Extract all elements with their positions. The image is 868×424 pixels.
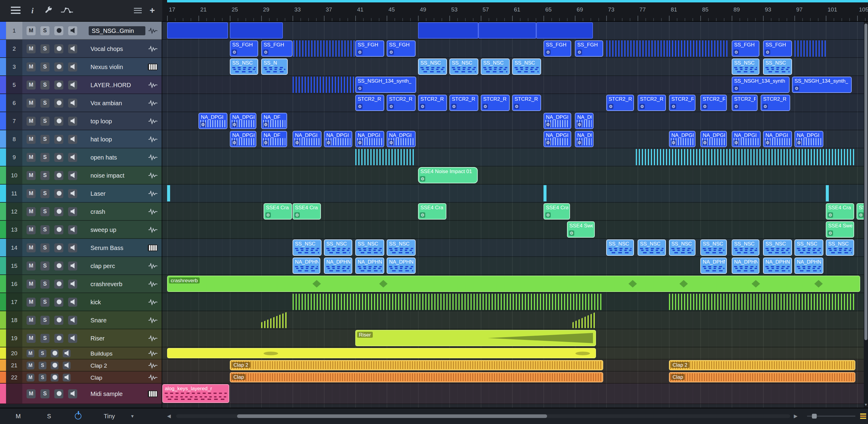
gear-icon[interactable]: ⚙ [420,104,425,109]
mute-button[interactable]: M [27,80,36,89]
cycle-region[interactable] [167,0,868,2]
solo-button[interactable]: S [40,279,50,288]
clip[interactable] [636,149,856,165]
clip[interactable] [293,40,355,57]
record-arm-button[interactable] [54,261,63,270]
clip[interactable]: Clap 2 [230,360,603,370]
clip[interactable]: SS_NSC [669,239,695,256]
automation-curve-icon[interactable] [60,7,73,14]
gear-icon[interactable]: ⚙ [569,231,574,236]
clip[interactable]: Clap 2 [669,360,856,370]
clip[interactable]: NA_DPGI⚙ [292,131,321,147]
track-row[interactable]: 21MSClap 2 [0,360,162,371]
clip[interactable] [478,22,536,39]
record-arm-button[interactable] [54,225,63,234]
solo-button[interactable]: S [40,153,50,162]
gear-icon[interactable]: ⚙ [734,86,739,91]
gear-icon[interactable]: ⚙ [389,140,394,145]
clip[interactable]: NA_DPGI⚙ [324,131,352,147]
clip[interactable]: NA_DPGI⚙ [795,131,824,147]
clip[interactable] [536,22,593,39]
power-icon[interactable] [75,413,82,420]
solo-button[interactable]: S [40,44,50,53]
clip[interactable]: crashreverb [167,276,860,292]
clip[interactable]: NA_DF⚙ [575,131,593,147]
gear-icon[interactable]: ⚙ [577,140,582,145]
solo-button[interactable]: S [40,116,50,125]
gear-icon[interactable]: ⚙ [765,50,770,55]
mute-button[interactable]: M [27,189,36,198]
clip[interactable] [606,40,669,57]
gear-icon[interactable]: ⚙ [357,104,363,109]
clip[interactable]: STCR2_R⚙ [418,95,447,111]
horizontal-scrollbar-thumb[interactable] [237,414,547,418]
clip[interactable]: SSE4 Noise Impact 01⚙ [418,167,478,183]
mute-button[interactable]: M [27,116,36,125]
gear-icon[interactable]: ⚙ [545,122,551,127]
clip[interactable]: SSE4 Cra⚙ [292,203,321,219]
track-lane[interactable] [162,185,868,203]
track-lane[interactable] [162,257,868,275]
gear-icon[interactable]: ⚙ [858,212,864,218]
mute-button[interactable]: M [27,98,36,108]
solo-button[interactable]: S [40,261,50,270]
gear-icon[interactable]: ⚙ [231,50,237,55]
record-arm-button[interactable] [54,389,63,398]
track-row[interactable]: 20MSBuildups [0,347,162,360]
track-row[interactable]: 8MShat loop [0,130,162,148]
clip[interactable]: NA_DPHN [324,258,352,274]
clip[interactable] [544,185,546,202]
mute-button[interactable]: M [27,171,36,180]
gear-icon[interactable]: ⚙ [263,122,269,127]
track-lane[interactable] [162,239,868,257]
record-arm-button[interactable] [54,116,63,125]
gear-icon[interactable]: ⚙ [763,104,768,109]
clip[interactable]: STCR2_R⚙ [669,95,695,111]
clip[interactable]: Riser [355,330,596,346]
solo-button[interactable]: S [40,297,50,306]
mute-button[interactable]: M [27,297,36,306]
clip[interactable] [292,294,602,310]
gear-icon[interactable]: ⚙ [702,104,708,109]
clip[interactable] [418,22,478,39]
clip[interactable] [167,185,170,202]
clip[interactable]: SS_NSC [324,239,352,256]
mute-button[interactable]: M [27,207,36,216]
mute-button[interactable]: M [27,134,36,144]
zoom-preset-icon[interactable] [860,414,866,419]
track-row[interactable]: 14MSSerum Bass [0,239,162,257]
clip[interactable]: SS_FGH⚙ [763,40,792,57]
record-arm-button[interactable] [54,98,63,108]
solo-button[interactable]: S [40,334,50,342]
record-arm-button[interactable] [54,44,63,53]
gear-icon[interactable]: ⚙ [294,140,300,145]
clip[interactable]: NA_DPHN [795,258,824,274]
clip[interactable]: Clap [230,372,603,383]
menu-icon[interactable] [11,7,21,14]
global-mute-button[interactable]: M [16,413,21,420]
record-arm-button[interactable] [51,361,59,369]
clip[interactable]: SS_FGH⚙ [732,40,759,57]
track-row[interactable]: 17MSkick [0,293,162,311]
track-lane[interactable] [162,384,868,404]
gear-icon[interactable]: ⚙ [231,122,237,127]
record-arm-button[interactable] [54,80,63,89]
gear-icon[interactable]: ⚙ [734,50,739,55]
track-row[interactable]: 1MSSS_NSG..Gmin [0,22,162,40]
clip[interactable]: SS_NSC [230,59,258,75]
clip[interactable]: STCR2_R⚙ [386,95,415,111]
clip[interactable]: NA_DF⚙ [261,113,287,129]
mute-button[interactable]: M [27,334,36,342]
solo-button[interactable]: S [39,373,46,381]
clip[interactable]: NA_DPHN [700,258,727,274]
clip[interactable]: SS_FGH⚙ [575,40,603,57]
clip[interactable]: NA_DPGI⚙ [230,131,256,147]
mute-button[interactable]: M [27,361,34,369]
gear-icon[interactable]: ⚙ [389,50,394,55]
clip[interactable]: SS_NSGH_134_synth⚙ [732,77,789,93]
clip[interactable] [167,348,596,358]
clip[interactable]: NA_DF⚙ [261,131,287,147]
clip[interactable] [230,22,283,39]
track-row[interactable]: 12MScrash [0,203,162,221]
arrangement-area[interactable]: SS_FGH⚙SS_FGH⚙SS_FGH⚙SS_FGH⚙SS_FGH⚙SS_FG… [162,22,868,408]
